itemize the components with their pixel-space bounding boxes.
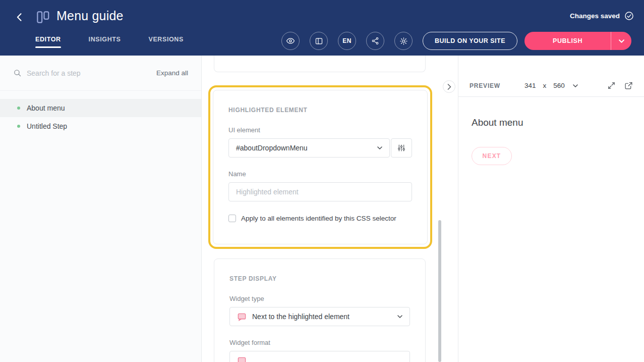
language-label: EN bbox=[342, 37, 351, 44]
search-icon bbox=[13, 69, 22, 77]
step-search-row: Expand all bbox=[0, 56, 201, 91]
widget-format-icon bbox=[237, 356, 247, 362]
share-icon bbox=[371, 37, 379, 45]
highlighted-element-card: HIGHLIGHTED ELEMENT UI element #aboutDro… bbox=[213, 90, 428, 244]
preview-header: PREVIEW 341 x 560 bbox=[458, 75, 644, 97]
ui-element-label: UI element bbox=[228, 126, 412, 134]
top-header: Menu guide Changes saved EDITOR INSIGHTS… bbox=[0, 0, 644, 56]
tab-versions[interactable]: VERSIONS bbox=[148, 36, 183, 48]
chevron-down-icon bbox=[619, 39, 624, 43]
preview-next-button[interactable]: NEXT bbox=[472, 147, 512, 165]
widget-type-label: Widget type bbox=[229, 295, 410, 302]
chevron-down-icon bbox=[377, 146, 382, 149]
tab-editor[interactable]: EDITOR bbox=[35, 36, 61, 48]
widget-type-select[interactable]: Next to the highlighted element bbox=[229, 307, 410, 326]
app-window: Menu guide Changes saved EDITOR INSIGHTS… bbox=[0, 0, 644, 362]
preview-size-separator: x bbox=[543, 82, 546, 89]
language-button[interactable]: EN bbox=[338, 32, 356, 50]
ui-element-row: #aboutDropdownMenu bbox=[228, 138, 412, 158]
layout-panel-icon bbox=[315, 37, 323, 45]
expand-icon bbox=[607, 81, 616, 90]
eye-icon bbox=[286, 36, 295, 45]
step-item-label: About menu bbox=[27, 104, 65, 112]
apply-all-row: Apply to all elements identified by this… bbox=[228, 215, 412, 222]
preview-content: About menu NEXT bbox=[458, 97, 644, 185]
check-circle-icon bbox=[624, 11, 634, 21]
editor-tabs: EDITOR INSIGHTS VERSIONS bbox=[35, 36, 184, 48]
page-title: Menu guide bbox=[56, 9, 124, 23]
step-item-untitled-step[interactable]: Untitled Step bbox=[0, 117, 201, 135]
highlighted-card-ring: HIGHLIGHTED ELEMENT UI element #aboutDro… bbox=[208, 85, 432, 249]
layout-button[interactable] bbox=[310, 32, 328, 50]
header-icon-buttons: EN bbox=[281, 32, 413, 50]
build-on-your-site-button[interactable]: BUILD ON YOUR SITE bbox=[423, 32, 517, 50]
step-status-dot bbox=[17, 107, 20, 110]
section-title: HIGHLIGHTED ELEMENT bbox=[228, 107, 412, 114]
preview-panel: PREVIEW 341 x 560 About menu NEXT bbox=[458, 56, 644, 362]
gear-icon bbox=[399, 37, 408, 45]
previous-card-partial bbox=[214, 56, 426, 72]
element-picker-settings-button[interactable] bbox=[391, 138, 412, 158]
chevron-right-icon bbox=[447, 84, 451, 90]
editor-scrollbar[interactable] bbox=[438, 220, 441, 362]
ui-element-select[interactable]: #aboutDropdownMenu bbox=[228, 138, 390, 158]
widget-type-value: Next to the highlighted element bbox=[252, 313, 349, 321]
chevron-down-icon bbox=[573, 84, 578, 87]
changes-saved-status: Changes saved bbox=[570, 11, 634, 21]
publish-button[interactable]: PUBLISH bbox=[524, 32, 611, 50]
widget-tooltip-icon bbox=[237, 312, 247, 322]
settings-button[interactable] bbox=[394, 32, 413, 50]
name-label: Name bbox=[228, 170, 412, 178]
preview-step-title: About menu bbox=[472, 117, 631, 128]
share-button[interactable] bbox=[366, 32, 384, 50]
apply-all-checkbox[interactable] bbox=[228, 215, 236, 222]
external-link-icon bbox=[624, 81, 633, 90]
step-editor-panel: HIGHLIGHTED ELEMENT UI element #aboutDro… bbox=[202, 56, 458, 362]
preview-header-actions bbox=[607, 81, 633, 90]
publish-dropdown-button[interactable] bbox=[611, 32, 631, 50]
widget-format-label: Widget format bbox=[229, 339, 410, 346]
preview-width-value: 341 bbox=[524, 82, 536, 89]
step-item-label: Untitled Step bbox=[27, 122, 67, 130]
steps-list: About menu Untitled Step bbox=[0, 91, 201, 135]
apply-all-label: Apply to all elements identified by this… bbox=[241, 215, 396, 222]
step-display-card: STEP DISPLAY Widget type Next to the hig… bbox=[214, 258, 426, 362]
element-name-input[interactable] bbox=[228, 182, 412, 201]
chevron-left-icon bbox=[15, 12, 25, 22]
step-item-about-menu[interactable]: About menu bbox=[0, 99, 201, 117]
changes-saved-label: Changes saved bbox=[570, 12, 620, 20]
chevron-down-icon bbox=[397, 315, 402, 318]
expand-all-link[interactable]: Expand all bbox=[156, 69, 188, 77]
open-external-button[interactable] bbox=[624, 81, 633, 90]
preview-label: PREVIEW bbox=[470, 82, 500, 89]
search-input[interactable] bbox=[27, 69, 123, 77]
preview-height-value: 560 bbox=[553, 82, 565, 89]
widget-format-select[interactable] bbox=[229, 351, 410, 362]
ui-element-value: #aboutDropdownMenu bbox=[236, 144, 308, 152]
expand-preview-button[interactable] bbox=[607, 81, 616, 90]
preview-size-selector[interactable]: 341 x 560 bbox=[524, 82, 578, 89]
tab-insights[interactable]: INSIGHTS bbox=[89, 36, 121, 48]
app-logo-icon bbox=[35, 10, 50, 25]
steps-sidebar: Expand all About menu Untitled Step bbox=[0, 56, 202, 362]
collapse-panel-button[interactable] bbox=[443, 80, 455, 93]
publish-split-button: PUBLISH bbox=[524, 32, 631, 50]
section-title: STEP DISPLAY bbox=[229, 275, 410, 282]
preview-eye-button[interactable] bbox=[281, 32, 300, 50]
step-status-dot bbox=[17, 125, 20, 128]
sliders-icon bbox=[397, 144, 405, 152]
back-button[interactable] bbox=[12, 10, 27, 25]
